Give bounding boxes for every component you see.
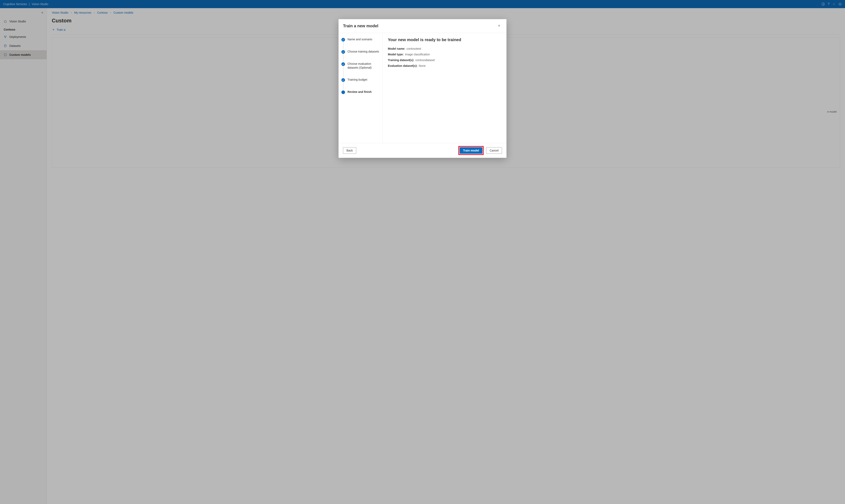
train-model-button[interactable]: Train model xyxy=(460,147,483,154)
step-review-finish[interactable]: Review and finish xyxy=(341,90,379,94)
step-evaluation-datasets[interactable]: Choose evaluation datasets (Optional) xyxy=(341,62,379,78)
step-training-datasets[interactable]: Choose training datasets xyxy=(341,50,379,62)
train-model-dialog: Train a new model Name and scenario Choo… xyxy=(339,19,506,158)
review-panel: Your new model is ready to be trained Mo… xyxy=(382,33,506,143)
check-icon xyxy=(341,38,345,41)
check-icon xyxy=(341,78,345,82)
wizard-steps: Name and scenario Choose training datase… xyxy=(339,33,382,143)
check-icon xyxy=(341,62,345,66)
check-icon xyxy=(341,50,345,54)
review-evaluation-datasets: Evaluation dataset(s): None xyxy=(388,63,501,69)
close-icon[interactable] xyxy=(496,23,502,29)
step-training-budget[interactable]: Training budget xyxy=(341,78,379,90)
review-training-datasets: Training dataset(s): contosodataset xyxy=(388,57,501,63)
review-model-name: Model name: contosotest xyxy=(388,46,501,52)
cancel-button[interactable]: Cancel xyxy=(486,147,502,154)
dialog-title: Train a new model xyxy=(343,24,378,28)
step-name-scenario[interactable]: Name and scenario xyxy=(341,37,379,50)
back-button[interactable]: Back xyxy=(343,147,356,154)
review-heading: Your new model is ready to be trained xyxy=(388,37,501,42)
review-model-type: Model type: Image classification xyxy=(388,52,501,57)
modal-overlay[interactable]: Train a new model Name and scenario Choo… xyxy=(0,0,845,504)
train-model-highlight: Train model xyxy=(459,146,484,155)
current-step-dot xyxy=(341,90,345,94)
